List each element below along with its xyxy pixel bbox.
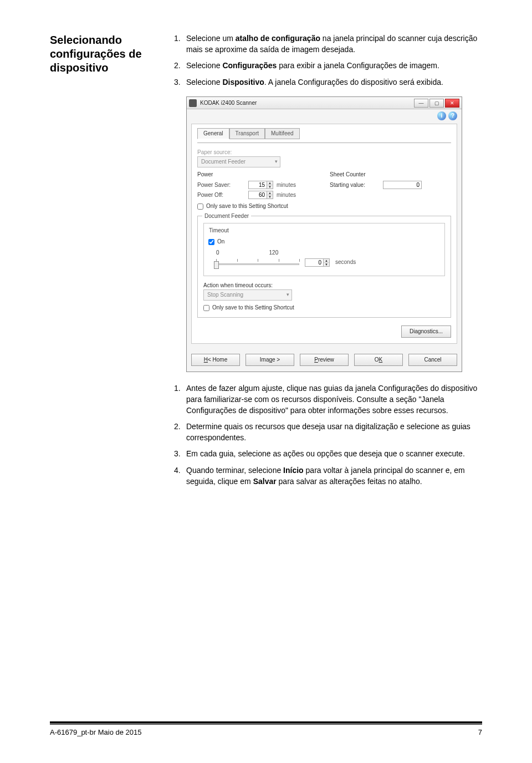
home-button[interactable]: H< Home< Home bbox=[191, 354, 240, 366]
power-off-input[interactable] bbox=[248, 191, 267, 199]
timeout-slider[interactable] bbox=[216, 257, 299, 268]
slider-max: 120 bbox=[269, 249, 279, 257]
seconds-unit: seconds bbox=[335, 258, 356, 266]
cancel-button[interactable]: Cancel bbox=[408, 354, 457, 366]
spin-up-icon[interactable]: ▲ bbox=[267, 181, 273, 185]
only-save-checkbox-1[interactable] bbox=[197, 204, 203, 210]
close-button[interactable]: ✕ bbox=[445, 99, 459, 108]
slider-min: 0 bbox=[216, 249, 219, 257]
step-2: Selecione Configurações para exibir a ja… bbox=[174, 60, 482, 72]
power-off-unit: minutes bbox=[277, 191, 296, 199]
step-5: Determine quais os recursos que deseja u… bbox=[174, 421, 482, 443]
sheet-counter-title: Sheet Counter bbox=[330, 171, 451, 179]
only-save-label-1: Only save to this Setting Shortcut bbox=[206, 202, 288, 210]
tab-transport[interactable]: Transport bbox=[229, 128, 265, 139]
page-footer: A-61679_pt-br Maio de 2015 7 bbox=[50, 721, 482, 736]
window-title: KODAK i2400 Scanner bbox=[200, 99, 414, 107]
footer-left: A-61679_pt-br Maio de 2015 bbox=[50, 728, 142, 736]
power-group-title: Power bbox=[197, 171, 319, 179]
paper-source-select[interactable]: Document Feeder bbox=[197, 156, 280, 167]
power-saver-input[interactable] bbox=[248, 181, 267, 189]
tab-multifeed[interactable]: Multifeed bbox=[265, 128, 300, 139]
power-saver-unit: minutes bbox=[277, 181, 296, 189]
action-select[interactable]: Stop Scanning bbox=[203, 289, 292, 301]
ok-button[interactable]: OK bbox=[354, 354, 403, 366]
power-saver-label: Power Saver: bbox=[197, 181, 245, 189]
starting-value-input[interactable] bbox=[383, 181, 422, 189]
timeout-on-checkbox[interactable] bbox=[208, 239, 214, 245]
spin-down-icon[interactable]: ▼ bbox=[267, 195, 273, 199]
step-7-a: Quando terminar, selecione bbox=[186, 466, 283, 475]
diagnostics-button[interactable]: Diagnostics... bbox=[401, 325, 451, 338]
tab-general[interactable]: General bbox=[197, 128, 229, 139]
help-icon[interactable]: ? bbox=[448, 111, 457, 120]
power-off-spin[interactable]: ▲▼ bbox=[248, 191, 273, 199]
power-off-label: Power Off: bbox=[197, 191, 245, 199]
step-2-text-a: Selecione bbox=[186, 61, 222, 70]
step-1-text-a: Selecione um bbox=[186, 34, 236, 43]
titlebar: KODAK i2400 Scanner — ▢ ✕ bbox=[187, 97, 462, 109]
spin-down-icon[interactable]: ▼ bbox=[267, 185, 273, 189]
spin-up-icon[interactable]: ▲ bbox=[267, 191, 273, 195]
footer-page-number: 7 bbox=[478, 728, 482, 736]
step-3: Selecione Dispositivo. A janela Configur… bbox=[174, 77, 482, 88]
minimize-button[interactable]: — bbox=[414, 99, 428, 108]
spin-up-icon[interactable]: ▲ bbox=[324, 259, 329, 263]
step-1: Selecione um atalho de configuração na j… bbox=[174, 33, 482, 55]
action-label: Action when timeout occurs: bbox=[203, 282, 445, 289]
step-4: Antes de fazer algum ajuste, clique nas … bbox=[174, 383, 482, 416]
app-icon bbox=[189, 99, 197, 107]
step-3-text-a: Selecione bbox=[186, 78, 222, 87]
starting-value-label: Starting value: bbox=[330, 181, 380, 189]
maximize-button[interactable]: ▢ bbox=[429, 99, 444, 108]
step-7-e: para salvar as alterações feitas no atal… bbox=[277, 477, 422, 486]
timeout-legend: Timeout bbox=[207, 227, 231, 235]
device-settings-screenshot: KODAK i2400 Scanner — ▢ ✕ i ? General bbox=[186, 96, 482, 372]
timeout-seconds-input[interactable] bbox=[305, 258, 324, 267]
image-button[interactable]: Image > bbox=[245, 354, 294, 366]
spin-down-icon[interactable]: ▼ bbox=[324, 263, 329, 266]
only-save-checkbox-2[interactable] bbox=[203, 305, 209, 311]
step-6: Em cada guia, selecione as ações ou opçõ… bbox=[174, 449, 482, 460]
step-3-text-c: . A janela Configurações do dispositivo … bbox=[264, 78, 443, 87]
step-2-text-c: para exibir a janela Configurações de im… bbox=[277, 61, 439, 70]
doc-feeder-legend: Document Feeder bbox=[202, 212, 251, 220]
only-save-label-2: Only save to this Setting Shortcut bbox=[212, 304, 294, 312]
step-7-b2: Salvar bbox=[253, 477, 277, 486]
step-3-bold: Dispositivo bbox=[222, 78, 264, 87]
info-icon[interactable]: i bbox=[437, 111, 446, 120]
step-1-bold: atalho de configuração bbox=[236, 34, 320, 43]
slider-thumb[interactable] bbox=[214, 261, 219, 269]
power-saver-spin[interactable]: ▲▼ bbox=[248, 181, 273, 189]
step-7-b1: Início bbox=[283, 466, 304, 475]
preview-button[interactable]: Preview bbox=[300, 354, 349, 366]
step-7: Quando terminar, selecione Início para v… bbox=[174, 465, 482, 487]
step-2-bold: Configurações bbox=[222, 61, 277, 70]
timeout-seconds-spin[interactable]: ▲▼ bbox=[305, 258, 330, 267]
section-heading: Selecionando configurações de dispositiv… bbox=[50, 33, 161, 75]
timeout-on-label: On bbox=[217, 238, 224, 246]
paper-source-label: Paper source: bbox=[197, 149, 451, 156]
